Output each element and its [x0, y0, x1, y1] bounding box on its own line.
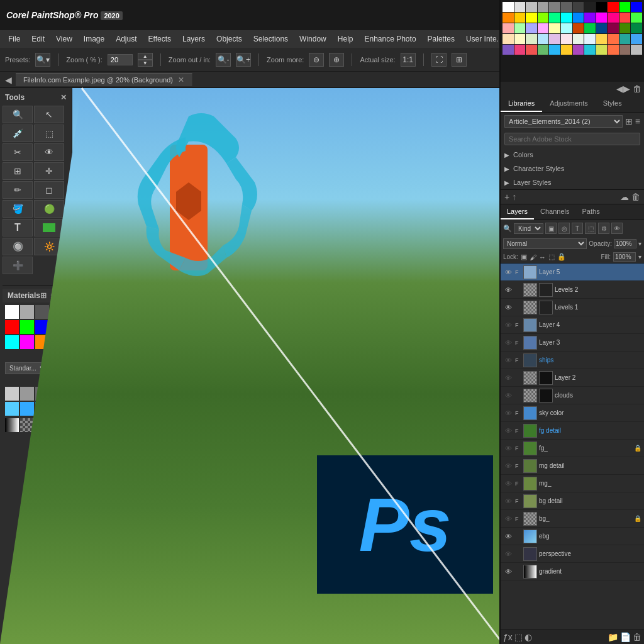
- zoom-increase-btn[interactable]: ⊕: [329, 53, 344, 67]
- palette-swatch[interactable]: [561, 13, 572, 23]
- swatch-7[interactable]: [35, 402, 49, 416]
- tool-hue[interactable]: 🟢: [34, 200, 64, 218]
- layer-row-mgdetail[interactable]: 👁 F mg detail: [501, 457, 644, 475]
- tool-clone[interactable]: 👁: [34, 143, 64, 161]
- menu-image[interactable]: Image: [79, 33, 109, 45]
- palette-swatch[interactable]: [596, 2, 608, 12]
- ps-layer-mask-btn[interactable]: ⬚: [514, 632, 523, 642]
- palette-swatch[interactable]: [573, 23, 584, 33]
- bgdetail-visibility[interactable]: 👁: [503, 497, 513, 505]
- layer-row-layer3[interactable]: 👁 F Layer 3: [501, 334, 644, 352]
- tool-item-3[interactable]: [35, 418, 49, 432]
- tool-pointer[interactable]: ↖: [34, 106, 64, 123]
- palette-swatch[interactable]: [549, 45, 560, 55]
- palette-swatch[interactable]: [549, 2, 560, 12]
- swatch-orange[interactable]: [35, 335, 49, 349]
- menu-enhance-photo[interactable]: Enhance Photo: [359, 33, 421, 45]
- palette-swatch[interactable]: [502, 2, 514, 12]
- swatch-red[interactable]: [5, 320, 19, 334]
- tab-scroll-left[interactable]: ◀: [5, 75, 12, 85]
- ps-paths-tab[interactable]: Paths: [576, 204, 606, 219]
- ps-library-grid-view[interactable]: ⊞: [625, 116, 633, 126]
- layer-row-perspective[interactable]: 👁 perspective: [501, 545, 644, 563]
- ps-opacity-arrow[interactable]: ▾: [638, 240, 641, 247]
- tool-paintbucket[interactable]: 🪣: [3, 200, 33, 218]
- ps-panel-icon-1[interactable]: ◀▶: [616, 84, 630, 94]
- layer-row-layer4[interactable]: 👁 F Layer 4: [501, 316, 644, 334]
- palette-swatch[interactable]: [538, 2, 549, 12]
- palette-swatch[interactable]: [631, 34, 642, 44]
- ps-tab-libraries[interactable]: Libraries: [501, 96, 542, 112]
- swatch-6[interactable]: [20, 402, 34, 416]
- organizer-prev-btn[interactable]: ◀: [75, 597, 89, 616]
- tools-panel-close[interactable]: ✕: [60, 93, 67, 102]
- tool-eraser[interactable]: ◻: [34, 181, 64, 199]
- palette-swatch[interactable]: [526, 45, 537, 55]
- ps-layer-adjust-btn[interactable]: ◐: [525, 632, 532, 642]
- palette-swatch[interactable]: [619, 23, 631, 33]
- menu-effects[interactable]: Effects: [143, 33, 176, 45]
- fgdetail-visibility[interactable]: 👁: [503, 427, 513, 435]
- ps-layer-folder-btn[interactable]: 📁: [608, 632, 618, 642]
- layer-row-fg[interactable]: 👁 F fg_ 🔒: [501, 440, 644, 457]
- ps-library-upload-btn[interactable]: ↑: [512, 192, 516, 202]
- layer3-visibility[interactable]: 👁: [503, 339, 513, 347]
- palette-swatch[interactable]: [526, 34, 537, 44]
- palette-swatch[interactable]: [526, 2, 537, 12]
- palette-swatch[interactable]: [514, 45, 526, 55]
- swatch-cyan[interactable]: [5, 335, 19, 349]
- palette-swatch[interactable]: [631, 2, 642, 12]
- ps-layer-delete-btn[interactable]: 🗑: [633, 632, 641, 642]
- ps-lock-transparent-icon[interactable]: ▣: [521, 253, 527, 261]
- palette-swatch[interactable]: [502, 34, 514, 44]
- ps-lock-position-icon[interactable]: ↔: [539, 253, 546, 261]
- layer-row-layer2[interactable]: 👁 Layer 2: [501, 369, 644, 387]
- layer-row-gradient[interactable]: 👁 gradient: [501, 563, 644, 580]
- menu-objects[interactable]: Objects: [211, 33, 247, 45]
- layer-row-skycolor[interactable]: 👁 F sky color: [501, 404, 644, 422]
- zoom-decrease-btn[interactable]: ⊖: [309, 53, 324, 67]
- palette-swatch[interactable]: [502, 13, 514, 23]
- ps-filter-smart-btn[interactable]: ⚙: [598, 223, 609, 234]
- palette-swatch[interactable]: [502, 23, 514, 33]
- swatch-gray[interactable]: [20, 305, 34, 319]
- palette-swatch[interactable]: [631, 23, 642, 33]
- menu-help[interactable]: Help: [333, 33, 358, 45]
- ps-layer-styles-expandable[interactable]: ▶ Layer Styles: [501, 175, 644, 189]
- palette-swatch[interactable]: [584, 34, 596, 44]
- palette-swatch[interactable]: [514, 34, 526, 44]
- palette-swatch[interactable]: [584, 45, 596, 55]
- palette-swatch[interactable]: [631, 45, 642, 55]
- mgdetail-visibility[interactable]: 👁: [503, 462, 513, 470]
- palette-swatch[interactable]: [584, 13, 596, 23]
- layer-row-levels1[interactable]: 👁 Levels 1: [501, 299, 644, 316]
- palette-swatch[interactable]: [561, 23, 572, 33]
- tool-eyedropper[interactable]: 💉: [3, 125, 33, 142]
- ps-fill-arrow[interactable]: ▾: [638, 253, 641, 260]
- document-close-btn[interactable]: ✕: [178, 75, 184, 84]
- palette-swatch[interactable]: [561, 2, 572, 12]
- palette-swatch[interactable]: [608, 13, 619, 23]
- tool-crop[interactable]: ✂: [3, 143, 33, 161]
- grid-btn[interactable]: ⊞: [452, 53, 467, 67]
- ps-library-select[interactable]: Article_Elements_2014 (2): [504, 115, 623, 128]
- swatch-white[interactable]: [5, 305, 19, 319]
- swatch-darkgray[interactable]: [35, 305, 49, 319]
- menu-edit[interactable]: Edit: [26, 33, 50, 45]
- transparent-swatch[interactable]: [60, 369, 73, 382]
- tool-smart-selection[interactable]: 🔘: [3, 238, 33, 255]
- palette-swatch[interactable]: [573, 45, 584, 55]
- swatch-black[interactable]: [50, 305, 64, 319]
- swatch-8[interactable]: [50, 402, 64, 416]
- palette-swatch[interactable]: [596, 45, 608, 55]
- ps-tab-adjustments[interactable]: Adjustments: [542, 96, 596, 112]
- palette-swatch[interactable]: [538, 23, 549, 33]
- bg-visibility[interactable]: 👁: [503, 515, 513, 523]
- menu-window[interactable]: Window: [294, 33, 331, 45]
- menu-layers[interactable]: Layers: [177, 33, 210, 45]
- clouds-visibility[interactable]: 👁: [503, 392, 513, 399]
- palette-swatch[interactable]: [561, 34, 572, 44]
- tool-text[interactable]: T: [3, 219, 33, 236]
- tool-item-2[interactable]: [20, 418, 34, 432]
- palette-swatch[interactable]: [619, 34, 631, 44]
